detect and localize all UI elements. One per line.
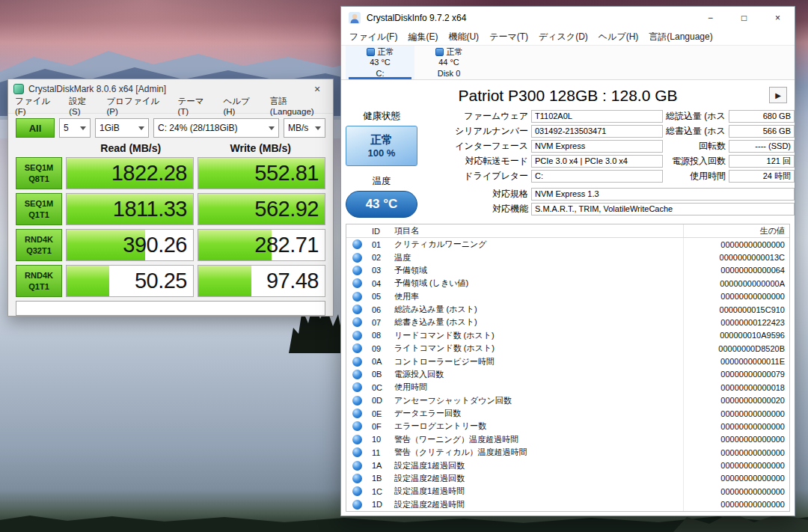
cdm-menu-item-0[interactable]: ファイル(F)	[10, 94, 64, 117]
cdm-menu-item-4[interactable]: ヘルプ(H)	[218, 94, 264, 117]
smart-row-09[interactable]: 09ライトコマンド数 (ホスト)00000000D8520B	[346, 342, 789, 355]
cdi-titlebar[interactable]: CrystalDiskInfo 9.7.2 x64 − □ ×	[341, 7, 795, 29]
smart-row-0B[interactable]: 0B電源投入回数00000000000079	[346, 368, 789, 381]
cdm-target-drive-select[interactable]: C: 24% (28/118GiB)	[153, 118, 279, 138]
cdi-drive-tab-0[interactable]: 正常43 °CC:	[346, 46, 414, 79]
cdm-menu-item-1[interactable]: 設定(S)	[64, 94, 101, 117]
cdm-write-cell-3[interactable]: 97.48	[198, 265, 325, 297]
smart-id: 1D	[369, 500, 390, 509]
smart-row-05[interactable]: 05使用率00000000000000	[346, 290, 789, 303]
smart-id: 05	[369, 292, 390, 301]
smart-raw-value: 00000000000000	[683, 238, 789, 251]
smart-raw-value: 000000010A9596	[683, 329, 789, 342]
cdi-health-column: 健康状態 正常 100 % 温度 43 °C	[346, 110, 417, 218]
smart-row-02[interactable]: 02温度0000000000013C	[346, 251, 789, 263]
cdm-write-cell-1[interactable]: 562.92	[198, 193, 325, 225]
cdi-menu-item-0[interactable]: ファイル(F)	[344, 29, 403, 45]
cdi-menu-item-4[interactable]: ディスク(D)	[533, 29, 593, 45]
smart-raw-value: 00000000000000	[683, 472, 789, 485]
cdi-info-value: 24 時間	[729, 170, 795, 183]
cdi-info-value: T1102A0L	[531, 110, 663, 123]
cdi-menu-item-6[interactable]: 言語(Language)	[643, 29, 717, 45]
cdm-test-button-2[interactable]: RND4KQ32T1	[16, 229, 62, 261]
cdi-maximize-button[interactable]: □	[727, 7, 761, 29]
cdm-comment-field[interactable]	[16, 301, 325, 316]
smart-row-06[interactable]: 06総読み込み量 (ホスト)0000000015C910	[346, 303, 789, 316]
cdi-info-right: 総読込量 (ホスト)680 GB総書込量 (ホスト)566 GB回転数---- …	[666, 110, 795, 183]
cdi-info-label: 対応機能	[429, 203, 528, 215]
cdi-info-label: 使用時間	[666, 170, 726, 183]
cdm-test-button-3[interactable]: RND4KQ1T1	[16, 265, 62, 297]
cdi-temperature-indicator[interactable]: 43 °C	[346, 191, 417, 218]
smart-row-1B[interactable]: 1B設定温度2超過回数00000000000000	[346, 472, 789, 485]
cdm-menu-item-2[interactable]: プロファイル(P)	[101, 94, 172, 117]
cdm-test-button-1[interactable]: SEQ1MQ1T1	[16, 193, 62, 225]
smart-raw-value: 00000000000018	[683, 381, 789, 394]
cdi-info-label: 総書込量 (ホスト)	[666, 125, 726, 138]
cdi-close-button[interactable]: ×	[761, 7, 795, 29]
smart-row-0F[interactable]: 0Fエラーログエントリー数00000000000000	[346, 420, 789, 432]
cdm-read-cell-3[interactable]: 50.25	[66, 265, 194, 297]
smart-row-11[interactable]: 11警告（クリティカル）温度超過時間00000000000000	[346, 446, 789, 459]
cdm-read-cell-0[interactable]: 1822.28	[66, 157, 194, 189]
cdi-menu-item-1[interactable]: 編集(E)	[403, 29, 443, 45]
smart-attribute-name: 予備領域 (しきい値)	[390, 278, 683, 289]
status-good-icon	[352, 239, 362, 249]
cdi-tab-name: C:	[376, 68, 385, 79]
smart-attribute-name: 使用率	[390, 291, 683, 302]
status-good-icon	[352, 357, 362, 367]
cdi-info-value: S.M.A.R.T., TRIM, VolatileWriteCache	[531, 203, 795, 215]
cdi-info-value: C:	[531, 170, 663, 183]
cdi-menu-item-5[interactable]: ヘルプ(H)	[593, 29, 644, 45]
smart-id: 11	[369, 448, 390, 457]
cdm-all-button[interactable]: All	[16, 118, 55, 138]
smart-row-04[interactable]: 04予備領域 (しきい値)0000000000000A	[346, 277, 789, 290]
smart-row-1C[interactable]: 1C設定温度1超過時間00000000000000	[346, 485, 789, 498]
smart-header-raw: 生の値	[683, 224, 789, 237]
smart-row-08[interactable]: 08リードコマンド数 (ホスト)000000010A9596	[346, 329, 789, 342]
cdm-unit-select[interactable]: MB/s	[284, 118, 325, 138]
smart-row-1D[interactable]: 1D設定温度2超過時間00000000000000	[346, 498, 789, 511]
smart-row-0E[interactable]: 0Eデータエラー回数00000000000000	[346, 407, 789, 420]
smart-attribute-name: 設定温度2超過回数	[390, 473, 683, 484]
cdm-read-value: 390.26	[67, 230, 193, 260]
smart-row-1A[interactable]: 1A設定温度1超過回数00000000000000	[346, 459, 789, 471]
smart-row-03[interactable]: 03予備領域00000000000064	[346, 264, 789, 277]
cdi-health-status-box[interactable]: 正常 100 %	[346, 126, 417, 166]
cdi-drive-tab-1[interactable]: 正常44 °CDisk 0	[414, 46, 483, 79]
cdm-menu-item-5[interactable]: 言語(Language)	[265, 94, 333, 117]
cdi-menu-item-2[interactable]: 機能(U)	[443, 29, 484, 45]
cdi-smart-rows: 01クリティカルワーニング0000000000000002温度000000000…	[346, 238, 789, 511]
cdm-passes-select[interactable]: 5	[59, 118, 91, 138]
cdm-app-icon	[13, 84, 24, 94]
cdm-size-select[interactable]: 1GiB	[95, 118, 149, 138]
smart-row-0C[interactable]: 0C使用時間00000000000018	[346, 381, 789, 394]
cdi-info-value: ---- (SSD)	[729, 140, 795, 153]
cdi-window-title: CrystalDiskInfo 9.7.2 x64	[367, 13, 466, 23]
smart-header-name: 項目名	[390, 225, 683, 236]
cdm-test-label-line1: SEQ1M	[25, 162, 54, 174]
cdi-minimize-button[interactable]: −	[694, 7, 727, 29]
cdm-write-cell-2[interactable]: 282.71	[198, 229, 325, 261]
smart-row-0A[interactable]: 0Aコントローラービジー時間0000000000011E	[346, 355, 789, 367]
status-good-icon	[352, 396, 362, 406]
status-good-icon	[352, 266, 362, 275]
smart-id: 10	[369, 435, 390, 444]
cdm-write-cell-0[interactable]: 552.81	[198, 157, 325, 189]
cdi-health-percent: 100 %	[368, 147, 396, 159]
cdm-test-button-0[interactable]: SEQ1MQ8T1	[16, 157, 62, 189]
smart-id: 03	[369, 266, 390, 275]
cdm-menu-item-3[interactable]: テーマ(T)	[173, 94, 218, 117]
smart-row-01[interactable]: 01クリティカルワーニング00000000000000	[346, 238, 789, 251]
cdi-tab-temp: 43 °C	[370, 57, 391, 67]
disk-icon	[435, 48, 444, 56]
smart-id: 07	[369, 318, 390, 327]
cdm-window-title: CrystalDiskMark 8.0.6 x64 [Admin]	[28, 84, 166, 94]
smart-row-07[interactable]: 07総書き込み量 (ホスト)00000000122423	[346, 316, 789, 328]
smart-row-0D[interactable]: 0Dアンセーフシャットダウン回数00000000000020	[346, 394, 789, 407]
smart-row-10[interactable]: 10警告（ワーニング）温度超過時間00000000000000	[346, 433, 789, 446]
cdm-read-cell-2[interactable]: 390.26	[66, 229, 194, 261]
cdi-next-drive-button[interactable]: ▶	[769, 87, 787, 103]
cdi-menu-item-3[interactable]: テーマ(T)	[484, 29, 533, 45]
cdm-read-cell-1[interactable]: 1811.33	[66, 193, 194, 225]
